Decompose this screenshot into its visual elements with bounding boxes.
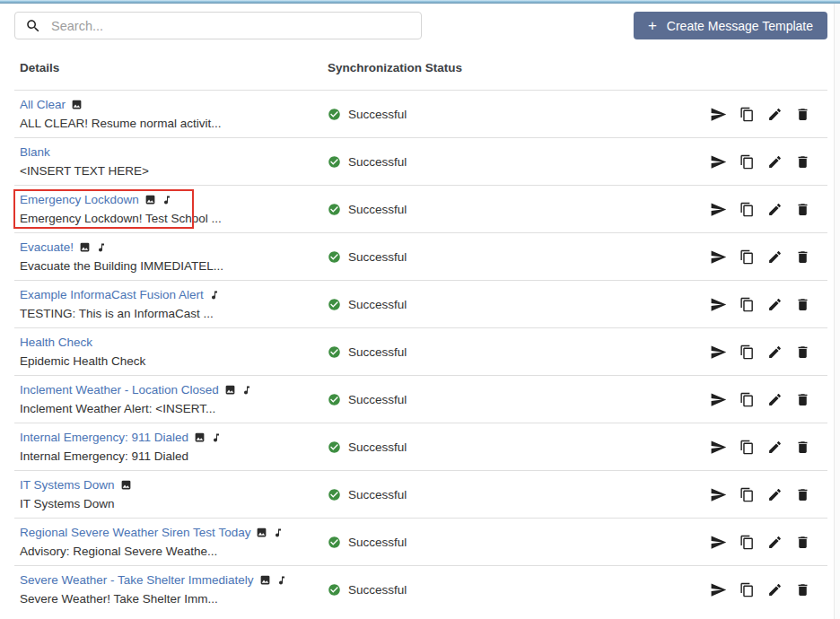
copy-button[interactable] xyxy=(739,535,755,550)
send-button[interactable] xyxy=(710,439,727,456)
delete-button[interactable] xyxy=(795,392,810,407)
delete-button[interactable] xyxy=(795,440,810,455)
table-row: Blank <INSERT TEXT HERE> Successful xyxy=(14,137,827,185)
success-check-icon xyxy=(328,345,341,359)
send-icon xyxy=(710,296,727,313)
edit-button[interactable] xyxy=(767,392,783,407)
sync-status-cell: Successful xyxy=(328,488,710,501)
success-check-icon xyxy=(328,203,341,216)
edit-button[interactable] xyxy=(767,535,783,550)
edit-button[interactable] xyxy=(767,107,783,122)
send-button[interactable] xyxy=(710,534,727,551)
template-title-link[interactable]: IT Systems Down xyxy=(20,478,115,493)
copy-button[interactable] xyxy=(739,487,755,502)
send-icon xyxy=(710,581,727,598)
edit-icon xyxy=(767,297,783,312)
delete-button[interactable] xyxy=(795,249,810,265)
template-title-link[interactable]: Emergency Lockdown xyxy=(20,193,139,207)
delete-button[interactable] xyxy=(795,297,810,312)
edit-button[interactable] xyxy=(767,297,783,312)
edit-icon xyxy=(767,344,783,360)
template-title-link[interactable]: Regional Severe Weather Siren Test Today xyxy=(20,526,250,540)
template-title-link[interactable]: Inclement Weather - Location Closed xyxy=(20,383,219,397)
copy-button[interactable] xyxy=(739,440,755,455)
edit-button[interactable] xyxy=(767,249,783,265)
edit-button[interactable] xyxy=(767,440,783,455)
delete-icon xyxy=(795,582,810,597)
table-row: Health Check Epidemic Health Check Succe… xyxy=(14,327,827,375)
delete-button[interactable] xyxy=(795,154,810,170)
template-title-link[interactable]: All Clear xyxy=(20,98,66,112)
send-button[interactable] xyxy=(710,248,727,266)
send-button[interactable] xyxy=(710,106,727,123)
copy-button[interactable] xyxy=(739,202,755,217)
edit-button[interactable] xyxy=(767,344,783,360)
sync-status-label: Successful xyxy=(348,488,407,501)
audio-attachment-icon xyxy=(276,575,287,586)
send-button[interactable] xyxy=(710,344,727,361)
template-title-link[interactable]: Health Check xyxy=(20,336,92,350)
delete-button[interactable] xyxy=(795,487,810,502)
sync-status-cell: Successful xyxy=(328,155,710,169)
delete-button[interactable] xyxy=(795,107,810,122)
image-attachment-icon xyxy=(71,99,83,110)
table-row: Emergency Lockdown Emergency Lockdown! T… xyxy=(14,185,827,232)
sync-status-cell: Successful xyxy=(328,583,710,597)
delete-button[interactable] xyxy=(795,202,810,217)
send-button[interactable] xyxy=(710,201,727,218)
row-actions xyxy=(710,534,827,551)
sync-status-cell: Successful xyxy=(328,250,710,264)
copy-button[interactable] xyxy=(739,582,755,597)
row-actions xyxy=(710,391,827,408)
copy-button[interactable] xyxy=(739,249,755,265)
delete-icon xyxy=(795,440,810,455)
copy-icon xyxy=(739,297,755,312)
template-title-link[interactable]: Blank xyxy=(20,145,50,160)
delete-button[interactable] xyxy=(795,535,810,550)
edit-button[interactable] xyxy=(767,202,783,217)
template-title-link[interactable]: Internal Emergency: 911 Dialed xyxy=(20,431,188,445)
edit-button[interactable] xyxy=(767,154,783,170)
send-icon xyxy=(710,534,727,551)
template-title-link[interactable]: Example InformaCast Fusion Alert xyxy=(20,288,204,302)
edit-button[interactable] xyxy=(767,487,783,502)
send-button[interactable] xyxy=(710,391,727,408)
send-button[interactable] xyxy=(710,581,727,598)
details-cell: Severe Weather - Take Shelter Immediatel… xyxy=(14,573,328,606)
table-row: Example InformaCast Fusion Alert TESTING… xyxy=(14,280,827,327)
search-box[interactable] xyxy=(14,12,422,39)
create-message-template-button[interactable]: + Create Message Template xyxy=(634,12,827,39)
audio-attachment-icon xyxy=(241,385,252,396)
image-attachment-icon xyxy=(194,432,206,443)
image-attachment-icon xyxy=(256,527,267,538)
edit-icon xyxy=(767,487,783,502)
copy-icon xyxy=(739,392,755,407)
edit-button[interactable] xyxy=(767,582,783,597)
details-cell: Evacuate! Evacuate the Building IMMEDIAT… xyxy=(14,240,328,274)
sync-status-label: Successful xyxy=(348,393,407,406)
delete-icon xyxy=(795,249,810,265)
search-input[interactable] xyxy=(49,18,411,34)
sync-status-cell: Successful xyxy=(328,393,710,406)
copy-button[interactable] xyxy=(739,392,755,407)
delete-button[interactable] xyxy=(795,582,810,597)
audio-attachment-icon xyxy=(273,527,284,538)
copy-button[interactable] xyxy=(739,344,755,360)
copy-button[interactable] xyxy=(739,154,755,170)
send-button[interactable] xyxy=(710,486,727,503)
template-title-link[interactable]: Evacuate! xyxy=(20,240,74,255)
send-icon xyxy=(710,153,727,170)
vertical-scrollbar-track[interactable] xyxy=(834,4,840,619)
send-button[interactable] xyxy=(710,153,727,170)
row-actions xyxy=(710,153,827,170)
table-row: All Clear ALL CLEAR! Resume normal activ… xyxy=(14,90,827,137)
send-button[interactable] xyxy=(710,296,727,313)
copy-button[interactable] xyxy=(739,107,755,122)
delete-icon xyxy=(795,344,810,360)
template-subtitle: Internal Emergency: 911 Dialed xyxy=(20,449,328,464)
template-title-link[interactable]: Severe Weather - Take Shelter Immediatel… xyxy=(20,573,254,588)
copy-button[interactable] xyxy=(739,297,755,312)
details-cell: Health Check Epidemic Health Check xyxy=(14,336,328,369)
row-actions xyxy=(710,106,827,123)
delete-button[interactable] xyxy=(795,344,810,360)
